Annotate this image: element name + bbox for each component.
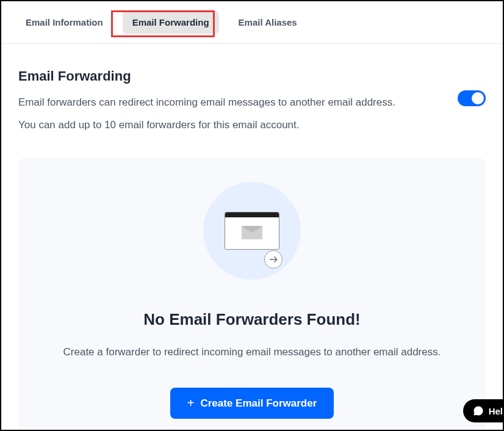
section-desc-1: Email forwarders can redirect incoming e… xyxy=(18,94,458,110)
create-forwarder-button[interactable]: + Create Email Forwarder xyxy=(170,388,334,419)
empty-state-desc: Create a forwarder to redirect incoming … xyxy=(37,346,467,358)
forward-arrow-icon xyxy=(264,250,283,269)
tab-bar: Email Information Email Forwarding Email… xyxy=(1,1,503,44)
help-chat-widget[interactable]: Hel xyxy=(463,399,503,422)
help-label: Hel xyxy=(489,406,503,416)
section-title: Email Forwarding xyxy=(18,68,458,84)
tab-email-forwarding[interactable]: Email Forwarding xyxy=(123,11,219,34)
plus-icon: + xyxy=(187,396,195,410)
forwarding-toggle[interactable] xyxy=(458,90,486,106)
envelope-icon xyxy=(242,226,262,239)
mail-window-icon xyxy=(225,212,279,250)
empty-state-card: No Email Forwarders Found! Create a forw… xyxy=(18,158,486,431)
tab-email-information[interactable]: Email Information xyxy=(16,11,113,34)
empty-state-icon xyxy=(203,182,301,280)
empty-state-title: No Email Forwarders Found! xyxy=(37,310,467,329)
section-desc-2: You can add up to 10 email forwarders fo… xyxy=(18,117,458,133)
chat-icon xyxy=(473,405,484,416)
tab-email-aliases[interactable]: Email Aliases xyxy=(229,11,307,34)
content-area: Email Forwarding Email forwarders can re… xyxy=(1,44,503,431)
create-button-label: Create Email Forwarder xyxy=(200,397,317,410)
